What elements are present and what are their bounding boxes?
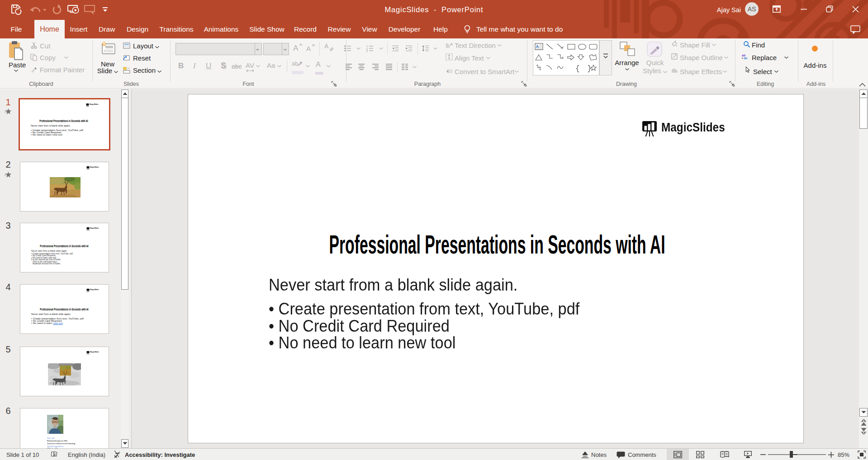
svg-text:A: A (536, 44, 539, 49)
svg-text:3: 3 (366, 50, 368, 52)
svg-text:A: A (450, 42, 453, 47)
svg-text:ac: ac (744, 56, 748, 60)
